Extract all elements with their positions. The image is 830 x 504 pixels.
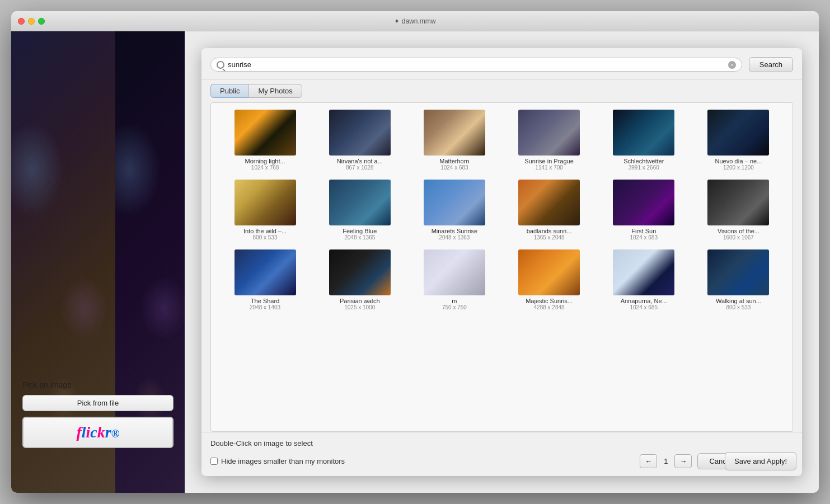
flickr-button[interactable]: flickr® [22,417,173,448]
traffic-lights [18,18,45,25]
photo-dims-17: 1024 x 685 [630,304,658,310]
photo-thumb-3 [424,110,485,156]
window-content: Pick an image Pick from file flickr® [11,31,819,493]
photo-thumb-7 [235,180,296,225]
photo-thumb-15 [424,249,485,295]
photo-dims-8: 2048 x 1365 [344,234,375,241]
sidebar-controls: Pick an image Pick from file flickr® [11,380,185,448]
photo-item-15[interactable]: m750 x 750 [409,247,499,313]
photo-thumb-17 [613,249,674,295]
photo-title-18: Walking at sun... [716,298,761,304]
photo-title-15: m [452,298,457,304]
dialog-bottom: Double-Click on image to select Hide ima… [201,432,802,476]
photo-item-4[interactable]: Sunrise in Prague1141 x 700 [504,107,594,173]
save-apply-button[interactable]: Save and Apply! [725,452,796,470]
photo-title-14: Parisian watch [340,298,380,304]
photo-title-2: Nirvana's not a... [337,158,383,164]
photo-thumb-8 [329,180,391,225]
photo-title-8: Feeling Blue [343,228,377,234]
photo-thumb-6 [707,110,769,156]
photo-dims-7: 800 x 533 [253,234,278,241]
photo-thumb-9 [424,180,485,225]
photo-title-11: First Sun [631,228,656,234]
photo-dims-11: 1024 x 683 [630,234,658,241]
photo-dims-6: 1200 x 1200 [723,164,754,171]
photo-item-5[interactable]: Schlechtwetter3991 x 2660 [599,107,689,173]
main-content: × Search Public My Photos Morning light.… [185,31,819,493]
dialog-hint: Double-Click on image to select [210,439,793,448]
photo-dims-4: 1141 x 700 [535,164,563,171]
close-button[interactable] [18,18,25,25]
photo-thumb-5 [613,110,674,156]
photo-title-9: Minarets Sunrise [432,228,478,234]
search-box[interactable]: × [210,58,742,72]
prev-page-button[interactable]: ← [640,454,657,468]
tab-my-photos[interactable]: My Photos [248,84,302,98]
photo-dims-15: 750 x 750 [442,304,467,310]
search-button[interactable]: Search [749,57,793,72]
search-dialog: × Search Public My Photos Morning light.… [201,48,802,476]
photo-dims-3: 1024 x 683 [440,164,468,171]
photo-title-10: badlands sunri... [527,228,572,234]
photo-dims-10: 1365 x 2048 [534,234,565,241]
photo-title-13: The Shard [251,298,279,304]
photo-dims-9: 2048 x 1363 [439,234,470,241]
photo-thumb-18 [707,249,769,295]
clear-search-button[interactable]: × [728,61,736,69]
photo-thumb-16 [518,249,580,295]
photo-thumb-14 [329,249,391,295]
photo-item-8[interactable]: Feeling Blue2048 x 1365 [315,177,405,243]
photo-title-17: Annapurna, Ne... [621,298,667,304]
photo-title-5: Schlechtwetter [623,158,664,164]
photo-item-12[interactable]: Visions of the...1600 x 1067 [693,177,784,243]
hide-small-checkbox[interactable] [210,458,218,465]
photo-title-16: Majestic Sunris... [526,298,573,304]
photo-dims-13: 2048 x 1403 [250,304,280,310]
page-number: 1 [659,457,672,465]
photo-item-9[interactable]: Minarets Sunrise2048 x 1363 [409,177,499,243]
photo-item-1[interactable]: Morning light...1024 x 768 [220,107,310,173]
photo-item-17[interactable]: Annapurna, Ne...1024 x 685 [599,247,689,313]
photo-item-14[interactable]: Parisian watch1025 x 1000 [315,247,405,313]
photo-item-18[interactable]: Walking at sun...800 x 533 [693,247,784,313]
photo-dims-14: 1025 x 1000 [344,304,375,310]
photo-item-7[interactable]: Into the wild –...800 x 533 [220,177,310,243]
photo-title-1: Morning light... [245,158,285,164]
minimize-button[interactable] [28,18,35,25]
photo-thumb-13 [235,249,296,295]
photo-item-13[interactable]: The Shard2048 x 1403 [220,247,310,313]
photo-title-12: Visions of the... [718,228,759,234]
photo-item-11[interactable]: First Sun1024 x 683 [599,177,689,243]
photo-thumb-11 [613,180,674,225]
photo-dims-5: 3991 x 2660 [629,164,659,171]
photo-title-6: Nuevo día – ne... [715,158,762,164]
hide-small-label[interactable]: Hide images smaller than my monitors [210,457,345,465]
photo-dims-18: 800 x 533 [726,304,751,310]
next-page-button[interactable]: → [674,454,692,468]
photo-item-10[interactable]: badlands sunri...1365 x 2048 [504,177,594,243]
photo-dims-2: 867 x 1028 [346,164,374,171]
photo-title-4: Sunrise in Prague [524,158,573,164]
photo-grid-container[interactable]: Morning light...1024 x 768Nirvana's not … [210,102,793,432]
photo-item-3[interactable]: Matterhorn1024 x 683 [409,107,499,173]
dialog-top: × Search [201,48,802,79]
title-bar: ✦ dawn.mmw [11,11,819,31]
photo-grid: Morning light...1024 x 768Nirvana's not … [220,107,784,313]
photo-item-2[interactable]: Nirvana's not a...867 x 1028 [315,107,405,173]
sidebar: Pick an image Pick from file flickr® [11,31,185,493]
search-input[interactable] [228,60,725,69]
photo-title-7: Into the wild –... [243,228,287,234]
photo-item-6[interactable]: Nuevo día – ne...1200 x 1200 [693,107,784,173]
mac-window: ✦ dawn.mmw Pick an image Pick from file … [11,11,819,493]
photo-dims-12: 1600 x 1067 [723,234,754,241]
pick-from-file-button[interactable]: Pick from file [22,395,173,411]
photo-item-16[interactable]: Majestic Sunris...4288 x 2848 [504,247,594,313]
page-nav: ← 1 → [640,454,692,468]
pick-image-label: Pick an image [22,380,72,389]
flickr-logo: flickr® [76,423,119,441]
tab-bar: Public My Photos [201,79,802,102]
maximize-button[interactable] [38,18,45,25]
dialog-footer: Hide images smaller than my monitors ← 1… [210,453,793,469]
photo-thumb-12 [707,180,769,225]
tab-public[interactable]: Public [210,84,248,98]
